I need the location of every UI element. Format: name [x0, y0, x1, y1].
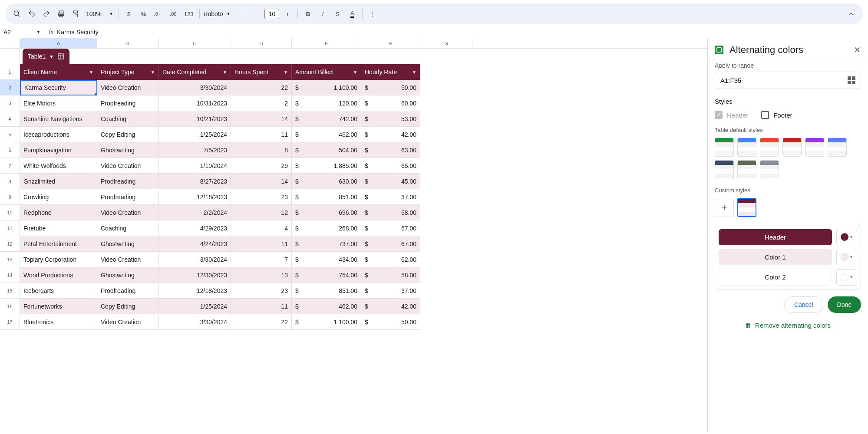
- col-header-f[interactable]: F: [361, 38, 420, 48]
- strikethrough-icon[interactable]: S: [331, 7, 344, 20]
- font-size-input[interactable]: [264, 9, 279, 19]
- header-cell[interactable]: Client Name▼: [20, 64, 97, 80]
- done-button[interactable]: Done: [828, 296, 861, 313]
- cell[interactable]: $50.00: [361, 80, 420, 95]
- row-number[interactable]: 10: [0, 205, 20, 220]
- cell[interactable]: $42.00: [361, 127, 420, 142]
- row-number[interactable]: 16: [0, 299, 20, 314]
- cell[interactable]: Coaching: [97, 220, 159, 236]
- cell[interactable]: 8: [231, 142, 292, 158]
- header-cell[interactable]: Hours Spent▼: [231, 64, 292, 80]
- cell[interactable]: Copy Editing: [97, 127, 159, 142]
- cell[interactable]: 7/5/2023: [159, 142, 231, 158]
- cell[interactable]: $434.00: [292, 252, 361, 267]
- cell[interactable]: $742.00: [292, 111, 361, 127]
- row-number[interactable]: 6: [0, 142, 20, 158]
- collapse-toolbar-icon[interactable]: [845, 7, 858, 20]
- style-swatch[interactable]: [805, 138, 824, 157]
- row-number[interactable]: 8: [0, 174, 20, 189]
- cell[interactable]: Redphone: [20, 205, 97, 220]
- cell[interactable]: Ghostwriting: [97, 267, 159, 283]
- style-swatch[interactable]: [760, 160, 779, 179]
- cell[interactable]: Petal Entertainment: [20, 236, 97, 252]
- cell[interactable]: Elite Motors: [20, 95, 97, 111]
- cell[interactable]: 8/27/2023: [159, 174, 231, 189]
- cell[interactable]: 11: [231, 236, 292, 252]
- cell[interactable]: $42.00: [361, 299, 420, 314]
- cell[interactable]: 10/21/2023: [159, 111, 231, 127]
- cell[interactable]: 12/18/2023: [159, 283, 231, 299]
- cell[interactable]: Karma Security: [20, 80, 97, 95]
- cell[interactable]: Grizzlimited: [20, 174, 97, 189]
- cell[interactable]: $63.00: [361, 142, 420, 158]
- cell[interactable]: Icecaproductions: [20, 127, 97, 142]
- cell[interactable]: 12: [231, 205, 292, 220]
- remove-alternating-link[interactable]: 🗑 Remove alternating colors: [715, 317, 861, 333]
- increase-font-icon[interactable]: +: [281, 7, 294, 20]
- cell[interactable]: $737.00: [292, 236, 361, 252]
- cell[interactable]: Video Creation: [97, 205, 159, 220]
- cell[interactable]: Fortunetworks: [20, 299, 97, 314]
- cell[interactable]: $851.00: [292, 189, 361, 205]
- cell[interactable]: $53.00: [361, 111, 420, 127]
- cell[interactable]: 12/30/2023: [159, 267, 231, 283]
- row-number[interactable]: 3: [0, 95, 20, 111]
- cell[interactable]: 2/2/2024: [159, 205, 231, 220]
- header-color-picker[interactable]: ▼: [836, 229, 857, 245]
- cell[interactable]: 1/10/2024: [159, 158, 231, 174]
- undo-icon[interactable]: [25, 7, 38, 20]
- cell[interactable]: Video Creation: [97, 314, 159, 330]
- cell[interactable]: $67.00: [361, 220, 420, 236]
- cell[interactable]: Proofreading: [97, 174, 159, 189]
- cell[interactable]: $504.00: [292, 142, 361, 158]
- style-swatch[interactable]: [737, 160, 756, 179]
- cell[interactable]: 13: [231, 267, 292, 283]
- cell[interactable]: $45.00: [361, 174, 420, 189]
- name-box[interactable]: A2▼: [3, 29, 45, 36]
- increase-decimal-icon[interactable]: .00: [167, 7, 180, 20]
- cell[interactable]: $65.00: [361, 158, 420, 174]
- chevron-down-icon[interactable]: ▼: [353, 70, 357, 75]
- style-swatch[interactable]: [782, 138, 802, 157]
- row-number[interactable]: 7: [0, 158, 20, 174]
- cell[interactable]: Copy Editing: [97, 299, 159, 314]
- cell[interactable]: 11: [231, 127, 292, 142]
- chevron-down-icon[interactable]: ▼: [412, 70, 416, 75]
- cell[interactable]: $1,885.00: [292, 158, 361, 174]
- cell[interactable]: 11: [231, 299, 292, 314]
- chevron-down-icon[interactable]: ▼: [89, 70, 93, 75]
- cell[interactable]: $37.00: [361, 283, 420, 299]
- cell[interactable]: Crowking: [20, 189, 97, 205]
- cell[interactable]: 4: [231, 220, 292, 236]
- cell[interactable]: 3/30/2024: [159, 80, 231, 95]
- cell[interactable]: 14: [231, 174, 292, 189]
- cell[interactable]: $60.00: [361, 95, 420, 111]
- cell[interactable]: $851.00: [292, 283, 361, 299]
- percent-icon[interactable]: %: [137, 7, 150, 20]
- cell[interactable]: 10/31/2023: [159, 95, 231, 111]
- cell[interactable]: 22: [231, 80, 292, 95]
- format-123-button[interactable]: 123: [182, 7, 196, 20]
- cell[interactable]: 23: [231, 189, 292, 205]
- cell[interactable]: $37.00: [361, 189, 420, 205]
- style-swatch[interactable]: [715, 160, 734, 179]
- decrease-font-icon[interactable]: −: [250, 7, 263, 20]
- table-chip[interactable]: Table1 ▾: [23, 49, 69, 64]
- row-number[interactable]: 4: [0, 111, 20, 127]
- row-number[interactable]: 12: [0, 236, 20, 252]
- cell[interactable]: Ghostwriting: [97, 142, 159, 158]
- italic-icon[interactable]: I: [316, 7, 329, 20]
- row-number[interactable]: 15: [0, 283, 20, 299]
- header-checkbox[interactable]: Header: [715, 111, 748, 119]
- cell[interactable]: $1,100.00: [292, 314, 361, 330]
- cell[interactable]: Coaching: [97, 111, 159, 127]
- cell[interactable]: Sunshine Navigations: [20, 111, 97, 127]
- row-number[interactable]: 17: [0, 314, 20, 330]
- text-color-icon[interactable]: A: [346, 7, 359, 20]
- cell[interactable]: 3/30/2024: [159, 252, 231, 267]
- cell[interactable]: $50.00: [361, 314, 420, 330]
- cell[interactable]: $120.00: [292, 95, 361, 111]
- print-icon[interactable]: [55, 7, 68, 20]
- row-number[interactable]: 5: [0, 127, 20, 142]
- cell[interactable]: Wood Productions: [20, 267, 97, 283]
